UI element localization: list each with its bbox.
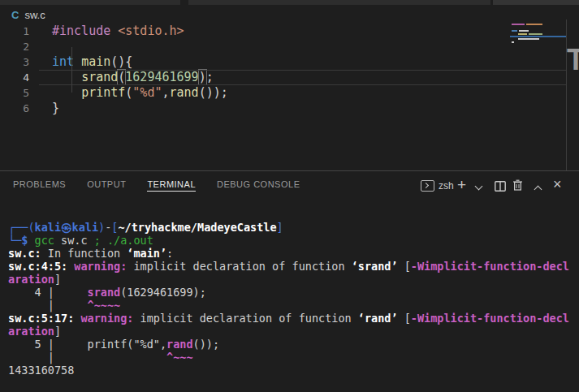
terminal-text: kali㉿kali: [35, 221, 99, 234]
terminal-text: |: [8, 299, 88, 312]
terminal-text: [: [398, 260, 411, 273]
terminal-line: ┌──(kali㉿kali)-[~/tryhackme/MadeyeCastle…: [8, 221, 579, 234]
terminal-line: 4 | srand(1629461699);: [8, 286, 579, 299]
panel-tab-output[interactable]: OUTPUT: [87, 179, 126, 191]
trash-icon[interactable]: [512, 179, 523, 191]
code-token: [52, 70, 81, 84]
terminal-text: implicit declaration of function: [140, 312, 358, 325]
top-strip-segment: [188, 0, 490, 5]
code-editor[interactable]: 1#include <stdio.h>23int main(){4 srand(…: [0, 23, 566, 116]
code-token: 1629461699: [125, 70, 198, 84]
terminal-text: ‘main’: [127, 247, 166, 260]
minimap-line: [512, 24, 525, 25]
panel-tab-problems[interactable]: PROBLEMS: [13, 179, 66, 191]
terminal-text: ‘rand’: [358, 312, 398, 325]
terminal-text: └─$: [8, 234, 28, 247]
terminal-text: sw.c: [54, 234, 94, 247]
top-strip-segment: [0, 0, 180, 5]
tab-sw-c[interactable]: C sw.c: [0, 6, 45, 23]
terminal-text: sw.c:: [8, 247, 41, 260]
new-terminal-button[interactable]: +: [457, 177, 466, 192]
terminal-text: rand: [166, 338, 193, 351]
code-token: (: [118, 70, 125, 84]
terminal-text: sw.c:4:5:: [8, 260, 74, 273]
minimap-line: [518, 38, 539, 40]
code-token: main: [81, 54, 110, 69]
code-token: rand: [170, 85, 199, 100]
code-token: ;: [206, 70, 214, 84]
terminal-shell-icon[interactable]: [421, 180, 434, 192]
vscode-window: C sw.c 1#include <stdio.h>23int main(){4…: [0, 0, 579, 392]
chevron-right-icon: [423, 183, 429, 188]
terminal-text: aration: [8, 273, 54, 286]
terminal-text: 1433160758: [8, 364, 74, 377]
terminal-text: warning:: [74, 260, 133, 273]
panel-tab-bar: PROBLEMSOUTPUTTERMINALDEBUG CONSOLE: [0, 171, 300, 199]
code-token: }: [52, 101, 59, 115]
terminal-text: -Wimplicit-function-decl: [411, 260, 569, 273]
close-panel-icon[interactable]: ×: [553, 177, 562, 192]
code-text: printf("%d",rand());: [52, 85, 228, 101]
terminal-line: sw.c:4:5: warning: implicit declaration …: [8, 260, 579, 273]
terminal-text: (1629461699);: [120, 286, 206, 299]
terminal-text: ^~~~: [166, 351, 193, 364]
editor-right-border: [566, 19, 567, 170]
indent-guide: [71, 47, 72, 93]
maximize-panel-icon[interactable]: [534, 186, 542, 194]
terminal-text: ‘srand’: [352, 260, 398, 273]
terminal-text: srand: [88, 286, 121, 299]
code-token: srand: [81, 70, 118, 84]
terminal-line: └─$ gcc sw.c ; ./a.out: [8, 234, 579, 247]
terminal-text: ]: [277, 221, 283, 234]
tab-label: sw.c: [24, 9, 45, 21]
minimap-current-line: [510, 36, 566, 37]
terminal-line: 1433160758: [8, 364, 579, 377]
top-strip-segment: [493, 0, 579, 5]
terminal-line: sw.c:5:17: warning: implicit declaration…: [8, 312, 579, 325]
terminal-line: sw.c: In function ‘main’:: [8, 247, 579, 260]
editor-line-1[interactable]: 1#include <stdio.h>: [0, 24, 566, 39]
terminal-text: ./a.out: [107, 234, 153, 247]
code-token: printf: [81, 85, 125, 100]
terminal-text: ~/tryhackme/MadeyeCastle: [118, 221, 276, 234]
code-text: srand(1629461699);: [52, 70, 214, 85]
terminal-text: In function: [41, 247, 127, 260]
editor-line-4[interactable]: 4 srand(1629461699);: [0, 70, 566, 85]
terminal-text: ): [98, 221, 105, 234]
line-number: 4: [0, 70, 29, 85]
panel-tab-terminal[interactable]: TERMINAL: [147, 179, 196, 192]
code-token: #include: [52, 24, 118, 38]
terminal-text: [28, 234, 34, 247]
editor-line-3[interactable]: 3int main(){: [0, 54, 566, 70]
terminal-text: implicit declaration of function: [133, 260, 351, 273]
terminal-line: aration]: [8, 273, 579, 286]
minimap-line: [529, 33, 542, 35]
terminal-text: 4 |: [8, 286, 88, 299]
panel-tab-debug-console[interactable]: DEBUG CONSOLE: [217, 179, 300, 191]
line-number: 5: [0, 85, 29, 101]
editor-line-2[interactable]: 2: [0, 39, 566, 54]
terminal-text: [101, 234, 107, 247]
minimap-line: [519, 30, 529, 32]
code-text: }: [52, 101, 59, 116]
minimap-line: [512, 30, 517, 32]
editor-line-6[interactable]: 6}: [0, 101, 566, 116]
c-file-icon: C: [11, 9, 19, 21]
minimap-line: [512, 41, 514, 43]
code-token: int: [52, 54, 81, 69]
code-token: ());: [199, 85, 228, 100]
line-number: 2: [0, 39, 29, 54]
line-number: 3: [0, 54, 29, 70]
terminal-text: |: [8, 351, 166, 364]
terminal-text: -Wimplicit-function-decl: [411, 312, 569, 325]
chevron-down-icon[interactable]: [475, 183, 483, 191]
window-top-strip: [0, 0, 579, 5]
split-terminal-icon[interactable]: [495, 181, 506, 192]
terminal-content[interactable]: ┌──(kali㉿kali)-[~/tryhackme/MadeyeCastle…: [0, 200, 579, 392]
minimap-line: [518, 33, 527, 35]
terminal-text: sw.c:5:17:: [8, 312, 80, 325]
editor-line-5[interactable]: 5 printf("%d",rand());: [0, 85, 566, 101]
minimap[interactable]: [510, 24, 566, 48]
shell-name-label[interactable]: zsh: [439, 180, 454, 192]
terminal-text: aration: [8, 325, 54, 338]
